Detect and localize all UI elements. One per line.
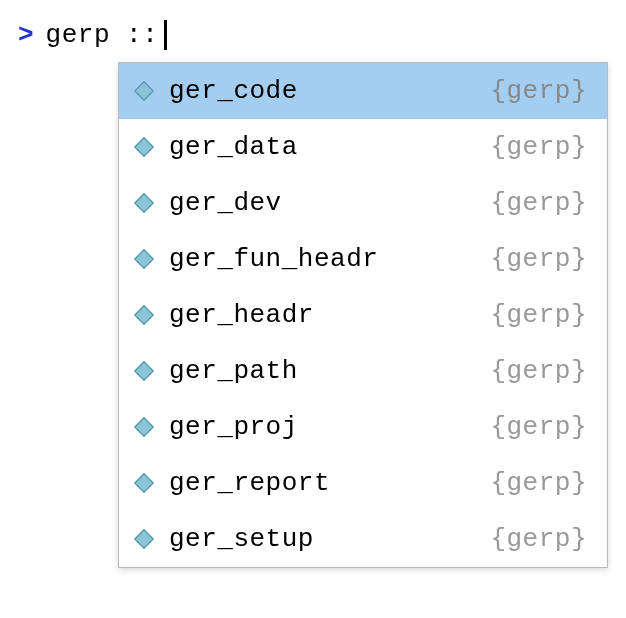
svg-marker-6: [135, 418, 153, 436]
completion-item[interactable]: ger_data{gerp}: [119, 119, 607, 175]
completion-item-package: {gerp}: [490, 244, 587, 274]
completion-item-name: ger_path: [169, 356, 490, 386]
svg-marker-3: [135, 250, 153, 268]
function-diamond-icon: [133, 248, 155, 270]
svg-marker-8: [135, 530, 153, 548]
completion-item-name: ger_headr: [169, 300, 490, 330]
completion-item-name: ger_setup: [169, 524, 490, 554]
function-diamond-icon: [133, 416, 155, 438]
completion-item[interactable]: ger_fun_headr{gerp}: [119, 231, 607, 287]
completion-item-package: {gerp}: [490, 188, 587, 218]
function-diamond-icon: [133, 192, 155, 214]
completion-item-name: ger_report: [169, 468, 490, 498]
completion-item[interactable]: ger_report{gerp}: [119, 455, 607, 511]
autocomplete-popup: ger_code{gerp}ger_data{gerp}ger_dev{gerp…: [118, 62, 608, 568]
svg-marker-1: [135, 138, 153, 156]
console-input-text: gerp ::: [46, 20, 159, 50]
completion-item-package: {gerp}: [490, 300, 587, 330]
completion-item[interactable]: ger_headr{gerp}: [119, 287, 607, 343]
function-diamond-icon: [133, 80, 155, 102]
completion-item[interactable]: ger_path{gerp}: [119, 343, 607, 399]
completion-item-name: ger_proj: [169, 412, 490, 442]
console-line[interactable]: > gerp ::: [0, 0, 626, 50]
function-diamond-icon: [133, 472, 155, 494]
function-diamond-icon: [133, 136, 155, 158]
function-diamond-icon: [133, 528, 155, 550]
svg-marker-2: [135, 194, 153, 212]
completion-item-package: {gerp}: [490, 412, 587, 442]
completion-item-package: {gerp}: [490, 132, 587, 162]
text-cursor: [164, 20, 167, 50]
completion-item[interactable]: ger_dev{gerp}: [119, 175, 607, 231]
completion-item[interactable]: ger_proj{gerp}: [119, 399, 607, 455]
svg-marker-7: [135, 474, 153, 492]
prompt-symbol: >: [18, 20, 34, 50]
completion-item-package: {gerp}: [490, 356, 587, 386]
completion-item-package: {gerp}: [490, 76, 587, 106]
function-diamond-icon: [133, 304, 155, 326]
svg-marker-5: [135, 362, 153, 380]
function-diamond-icon: [133, 360, 155, 382]
completion-item-name: ger_code: [169, 76, 490, 106]
completion-item-package: {gerp}: [490, 468, 587, 498]
completion-item[interactable]: ger_setup{gerp}: [119, 511, 607, 567]
svg-marker-0: [135, 82, 153, 100]
svg-marker-4: [135, 306, 153, 324]
completion-item-name: ger_dev: [169, 188, 490, 218]
completion-item-name: ger_fun_headr: [169, 244, 490, 274]
completion-item[interactable]: ger_code{gerp}: [119, 63, 607, 119]
completion-item-package: {gerp}: [490, 524, 587, 554]
completion-item-name: ger_data: [169, 132, 490, 162]
